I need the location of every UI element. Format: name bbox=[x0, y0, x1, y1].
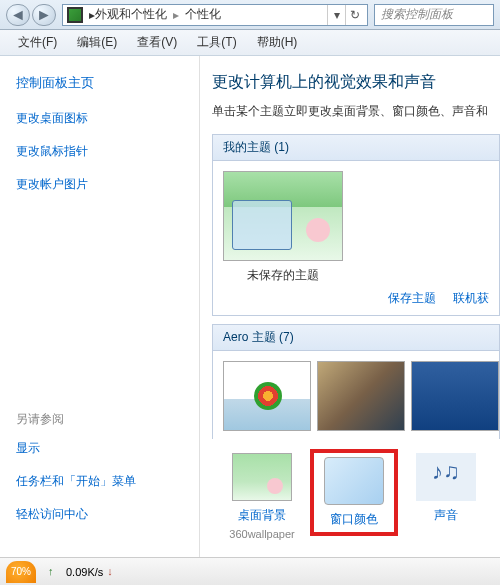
sidebar-link-mouse[interactable]: 更改鼠标指针 bbox=[16, 143, 183, 160]
control-panel-icon bbox=[67, 7, 83, 23]
theme-actions: 保存主题 联机获 bbox=[213, 284, 499, 307]
window-color-option[interactable]: 窗口颜色 bbox=[314, 453, 394, 532]
see-also-label: 另请参阅 bbox=[16, 411, 183, 428]
network-down-icon: ↓ bbox=[107, 565, 121, 579]
menu-help[interactable]: 帮助(H) bbox=[247, 30, 308, 55]
nav-buttons: ◄ ► bbox=[6, 4, 56, 26]
desktop-background-label: 桌面背景 bbox=[222, 507, 302, 524]
search-input[interactable]: 搜索控制面板 bbox=[374, 4, 494, 26]
sidebar-link-account-pic[interactable]: 更改帐户图片 bbox=[16, 176, 183, 193]
aero-theme-blue[interactable] bbox=[411, 361, 499, 431]
sound-icon bbox=[416, 453, 476, 501]
save-theme-link[interactable]: 保存主题 bbox=[388, 291, 436, 305]
breadcrumb-sep: ▸ bbox=[173, 8, 179, 22]
wallpaper-character-icon bbox=[306, 218, 330, 242]
statusbar: 70% ↑ 0.09K/s ↓ bbox=[0, 557, 500, 585]
theme-preview bbox=[223, 171, 343, 261]
network-up-icon: ↑ bbox=[48, 565, 62, 579]
forward-button[interactable]: ► bbox=[32, 4, 56, 26]
refresh-button[interactable]: ↻ bbox=[345, 5, 363, 25]
theme-label: 未保存的主题 bbox=[223, 267, 343, 284]
address-bar[interactable]: ▸ 外观和个性化 ▸ 个性化 ▾ ↻ bbox=[62, 4, 368, 26]
sound-label: 声音 bbox=[406, 507, 486, 524]
address-dropdown-button[interactable]: ▾ bbox=[327, 5, 345, 25]
page-heading: 更改计算机上的视觉效果和声音 bbox=[212, 72, 500, 93]
zoom-indicator[interactable]: 70% bbox=[6, 561, 36, 583]
desktop-background-sub: 360wallpaper bbox=[222, 528, 302, 540]
menu-view[interactable]: 查看(V) bbox=[127, 30, 187, 55]
titlebar: ◄ ► ▸ 外观和个性化 ▸ 个性化 ▾ ↻ 搜索控制面板 bbox=[0, 0, 500, 30]
page-description: 单击某个主题立即更改桌面背景、窗口颜色、声音和 bbox=[212, 103, 500, 120]
aero-theme-windows[interactable] bbox=[223, 361, 311, 431]
breadcrumb-1[interactable]: 外观和个性化 bbox=[95, 6, 167, 23]
window-color-label: 窗口颜色 bbox=[314, 511, 394, 528]
theme-unsaved[interactable]: 未保存的主题 bbox=[223, 171, 343, 284]
aero-theme-architecture[interactable] bbox=[317, 361, 405, 431]
sidebar-also-taskbar[interactable]: 任务栏和「开始」菜单 bbox=[16, 473, 183, 490]
back-button[interactable]: ◄ bbox=[6, 4, 30, 26]
network-speed: 0.09K/s bbox=[66, 566, 103, 578]
desktop-background-icon bbox=[232, 453, 292, 501]
sidebar-also-display[interactable]: 显示 bbox=[16, 440, 183, 457]
sound-option[interactable]: 声音 bbox=[406, 453, 486, 524]
control-panel-home-link[interactable]: 控制面板主页 bbox=[16, 74, 183, 92]
menubar: 文件(F) 编辑(E) 查看(V) 工具(T) 帮助(H) bbox=[0, 30, 500, 56]
get-online-themes-link[interactable]: 联机获 bbox=[453, 291, 489, 305]
sidebar: 控制面板主页 更改桌面图标 更改鼠标指针 更改帐户图片 另请参阅 显示 任务栏和… bbox=[0, 56, 200, 557]
menu-tools[interactable]: 工具(T) bbox=[187, 30, 246, 55]
breadcrumb-2[interactable]: 个性化 bbox=[185, 6, 221, 23]
desktop-background-option[interactable]: 桌面背景 360wallpaper bbox=[222, 453, 302, 540]
sidebar-also-ease[interactable]: 轻松访问中心 bbox=[16, 506, 183, 523]
sidebar-link-icons[interactable]: 更改桌面图标 bbox=[16, 110, 183, 127]
aero-themes-section: Aero 主题 (7) bbox=[212, 324, 500, 439]
aero-themes-title: Aero 主题 (7) bbox=[213, 325, 499, 351]
my-themes-title: 我的主题 (1) bbox=[213, 135, 499, 161]
personalization-options: 桌面背景 360wallpaper 窗口颜色 声音 bbox=[222, 453, 500, 540]
window-preview-icon bbox=[232, 200, 292, 250]
address-dropdown: ▾ ↻ bbox=[327, 5, 363, 25]
main-panel: 更改计算机上的视觉效果和声音 单击某个主题立即更改桌面背景、窗口颜色、声音和 我… bbox=[200, 56, 500, 557]
window-color-icon bbox=[324, 457, 384, 505]
my-themes-section: 我的主题 (1) 未保存的主题 保存主题 联机获 bbox=[212, 134, 500, 316]
menu-file[interactable]: 文件(F) bbox=[8, 30, 67, 55]
aero-thumbnails bbox=[223, 361, 499, 431]
content-area: 控制面板主页 更改桌面图标 更改鼠标指针 更改帐户图片 另请参阅 显示 任务栏和… bbox=[0, 56, 500, 557]
menu-edit[interactable]: 编辑(E) bbox=[67, 30, 127, 55]
